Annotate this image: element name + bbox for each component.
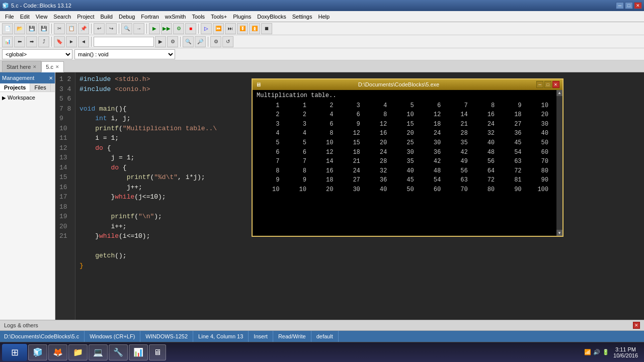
console-cell: 24 [364,148,391,157]
tb-debug-next[interactable]: ⏭ [225,23,236,34]
tb2-search-go[interactable]: ▶ [155,36,166,47]
tool2-icon: 📊 [133,347,143,357]
menu-settings[interactable]: Settings [289,13,315,21]
tb2-prev[interactable]: ⬅ [14,36,25,47]
taskbar-computer[interactable]: 💻 [89,344,108,360]
menu-wxsmith[interactable]: wxSmith [162,13,189,21]
function-select[interactable]: main() : void [74,49,175,59]
app-title: 5.c - Code::Blocks 13.12 [11,3,71,9]
tray-network-icon: 📶 [584,349,591,355]
console-row-label: 2 [257,110,283,120]
start-button[interactable]: ⊞ [2,344,27,361]
menu-project[interactable]: Project [74,13,97,21]
taskbar-display[interactable]: 🖥 [149,344,166,360]
console-table: 1123456789102246810121416182033691215182… [257,101,552,195]
tb-copy[interactable]: 📋 [66,23,77,34]
taskbar-clock[interactable]: 3:11 PM 10/6/2016 [613,346,638,358]
menu-plugins[interactable]: Plugins [230,13,254,21]
tb2-mgmt[interactable]: 📊 [2,36,13,47]
tb-sep4 [146,24,147,34]
scroll-up-button[interactable]: ▲ [556,90,562,96]
sidebar-close-button[interactable]: ✕ [49,75,53,81]
console-cell: 21 [445,120,471,129]
menu-file[interactable]: File [2,13,17,21]
tb2-zoom-in[interactable]: 🔍 [183,36,194,47]
tb2-nbm[interactable]: ► [66,36,77,47]
tb-saveall[interactable]: 💾 [38,23,49,34]
tb-redo[interactable]: ↪ [106,23,117,34]
menu-search[interactable]: Search [50,13,74,21]
taskbar-tool1[interactable]: 🔧 [109,344,128,360]
scope-select[interactable]: <global> [2,49,72,59]
tb-debug-run[interactable]: ⏩ [213,23,224,34]
tb2-search-opt[interactable]: ⚙ [167,36,178,47]
console-cell: 60 [418,185,445,195]
taskbar-codeblocks[interactable]: 🧊 [28,344,47,360]
menu-fortran[interactable]: Fortran [138,13,162,21]
taskbar-tool2[interactable]: 📊 [129,344,148,360]
taskbar-firefox[interactable]: 🦊 [48,344,67,360]
tb-new[interactable]: 📄 [2,23,13,34]
status-readwrite: Read/Write [273,331,311,342]
console-row-label: 1 [257,101,283,111]
console-cell: 2 [310,101,337,111]
tab-start-close[interactable]: ✕ [33,64,37,69]
tb-buildrun[interactable]: ⚙ [173,23,184,34]
console-close[interactable]: ✕ [552,81,559,88]
console-cell: 6 [283,148,310,157]
tb2-pbm[interactable]: ◄ [78,36,89,47]
menu-help[interactable]: Help [315,13,333,21]
tb-run[interactable]: ▶▶ [161,23,172,34]
menu-edit[interactable]: Edit [17,13,33,21]
menu-debug[interactable]: Debug [116,13,138,21]
menu-doxyblocks[interactable]: DoxyBlocks [254,13,289,21]
tab-start[interactable]: Start here ✕ [2,61,41,72]
minimize-button[interactable]: ─ [616,2,624,9]
logs-close-button[interactable]: ✕ [633,322,640,329]
close-button[interactable]: ✕ [634,2,642,9]
tb-open[interactable]: 📂 [14,23,25,34]
menu-tools[interactable]: Tools [189,13,208,21]
menu-tools-plus[interactable]: Tools+ [208,13,230,21]
tb-cut[interactable]: ✂ [54,23,65,34]
console-cell: 10 [283,185,310,195]
console-maximize[interactable]: □ [544,81,551,88]
console-cell: 70 [445,185,471,195]
tab-5c-close[interactable]: ✕ [55,64,59,69]
tab-active-5c[interactable]: 5.c ✕ [41,61,64,72]
tb-find[interactable]: 🔍 [121,23,132,34]
tb-findnext[interactable]: → [133,23,144,34]
tb-sep1 [51,24,52,34]
tb2-bookmark[interactable]: 🔖 [54,36,65,47]
console-cell: 10 [526,101,552,111]
tb2-misc1[interactable]: ⚙ [210,36,221,47]
tree-item-workspace[interactable]: ▶ Workspace [2,94,53,101]
sidebar-tab-projects[interactable]: Projects [0,83,30,92]
tb-paste[interactable]: 📌 [78,23,89,34]
sidebar-tab-files[interactable]: Files [30,83,50,92]
console-row-label: 10 [257,185,283,195]
tb-save[interactable]: 💾 [26,23,37,34]
tb2-zoom-out[interactable]: 🔎 [195,36,206,47]
tb-debug-step[interactable]: ⏬ [237,23,248,34]
console-cell: 16 [310,166,337,176]
scroll-down-button[interactable]: ▼ [556,230,562,236]
tb-build[interactable]: ▶ [149,23,160,34]
tb-debug-out[interactable]: ⏫ [249,23,260,34]
tb2-misc2[interactable]: ↺ [222,36,233,47]
menu-build[interactable]: Build [97,13,115,21]
tb-undo[interactable]: ↩ [94,23,105,34]
console-cell: 63 [445,175,471,185]
console-minimize[interactable]: ─ [536,81,543,88]
console-cell: 12 [364,120,391,129]
menu-view[interactable]: View [33,13,51,21]
tb2-jump[interactable]: ⤴ [38,36,49,47]
tb2-next[interactable]: ➡ [26,36,37,47]
maximize-button[interactable]: □ [625,2,633,9]
tb-stop[interactable]: ■ [185,23,196,34]
tb-debug-stop[interactable]: ⏹ [261,23,272,34]
taskbar-explorer[interactable]: 📁 [68,344,88,360]
console-cell: 40 [526,129,552,138]
tb-debug[interactable]: ▷ [201,23,212,34]
search-input[interactable] [94,37,154,47]
